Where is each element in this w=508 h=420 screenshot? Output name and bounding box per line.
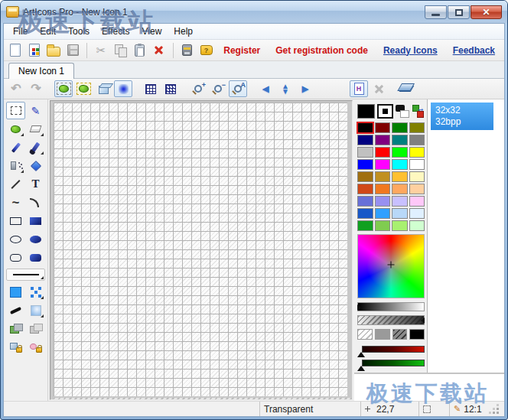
palette-swatch[interactable] [357, 196, 373, 207]
green-slider[interactable] [357, 359, 425, 371]
save-button[interactable] [65, 41, 81, 60]
tool-airbrush[interactable] [6, 157, 25, 174]
tool-filled-ellipse[interactable] [26, 230, 45, 248]
palette-swatch[interactable] [409, 184, 425, 194]
palette-swatch[interactable] [375, 220, 391, 231]
palette-swatch[interactable] [357, 147, 373, 158]
tool-arc[interactable] [26, 194, 45, 211]
selection-transparent-button[interactable] [74, 80, 93, 97]
maximize-button[interactable] [448, 5, 470, 19]
tool-filled-rectangle[interactable] [26, 212, 45, 230]
palette-swatch[interactable] [375, 135, 391, 145]
tool-fill[interactable] [26, 157, 45, 174]
palette-swatch[interactable] [392, 184, 408, 194]
pattern-gray[interactable] [375, 329, 390, 340]
tool-filled-rounded-rectangle[interactable] [26, 249, 45, 266]
palette-swatch[interactable] [409, 220, 425, 231]
delete-format-button[interactable] [370, 80, 388, 97]
palette-swatch[interactable] [375, 171, 391, 182]
menu-edit[interactable]: Edit [34, 24, 62, 38]
palette-swatch[interactable] [409, 135, 425, 145]
selection-opaque-button[interactable] [54, 80, 73, 97]
minimize-button[interactable] [425, 5, 447, 19]
shift-left-button[interactable]: ◀ [256, 80, 275, 97]
palette-swatch[interactable] [409, 196, 425, 207]
tool-ellipse[interactable] [6, 230, 25, 248]
get-registration-code-link[interactable]: Get registration code [275, 45, 368, 56]
palette-swatch[interactable] [392, 171, 408, 182]
shift-right-button[interactable]: ▶ [296, 80, 314, 97]
menu-effects[interactable]: Effects [96, 24, 135, 38]
resize-grip[interactable] [488, 403, 500, 415]
tool-marker-pen[interactable] [6, 138, 25, 156]
tool-eraser[interactable] [26, 120, 45, 138]
palette-swatch[interactable] [375, 122, 391, 133]
menu-tools[interactable]: Tools [62, 24, 96, 38]
foreground-color-swatch[interactable] [357, 104, 375, 119]
tool-text[interactable]: T [26, 175, 45, 193]
smooth-selection-button[interactable] [114, 80, 132, 97]
test-3d-button[interactable] [94, 80, 112, 97]
palette-swatch[interactable] [375, 159, 391, 170]
dither-button[interactable] [26, 283, 45, 301]
pattern-black[interactable] [409, 329, 425, 340]
brightness-bar[interactable] [357, 302, 425, 311]
delete-button[interactable] [151, 41, 167, 60]
palette-swatch[interactable] [392, 196, 408, 207]
tool-color-replacer[interactable] [6, 120, 25, 138]
palette-swatch[interactable] [392, 122, 408, 133]
new-format-button[interactable]: H [350, 80, 368, 97]
line-width-selector[interactable] [6, 269, 45, 281]
tool-rounded-rectangle[interactable] [6, 249, 25, 266]
palette-swatch[interactable] [392, 159, 408, 170]
palette-swatch[interactable] [375, 184, 391, 194]
palette-swatch[interactable] [357, 184, 373, 194]
tool-curve[interactable]: ~ [6, 194, 25, 211]
palette-swatch[interactable] [375, 196, 391, 207]
palette-swatch[interactable] [357, 122, 373, 133]
tab-new-icon-1[interactable]: New Icon 1 [8, 63, 74, 79]
paste-button[interactable] [132, 41, 148, 60]
new-from-image-button[interactable] [26, 41, 42, 60]
palette-swatch[interactable] [357, 159, 373, 170]
shift-vertical-button[interactable]: ▲▼ [276, 80, 295, 97]
lock-3d-button[interactable] [6, 338, 25, 356]
copy-button[interactable] [112, 41, 129, 60]
tool-rectangle[interactable] [6, 212, 25, 230]
layers-button[interactable] [397, 80, 415, 97]
palette-swatch[interactable] [409, 147, 425, 158]
transparency-bar[interactable] [357, 315, 425, 325]
ready-icons-link[interactable]: Ready Icons [383, 45, 438, 56]
lock-hotspot-button[interactable] [26, 338, 45, 356]
palette-swatch[interactable] [409, 122, 425, 133]
redo-button[interactable]: ↷ [27, 80, 45, 97]
zoom-actual-button[interactable]: A [229, 80, 247, 97]
palette-swatch[interactable] [409, 171, 425, 182]
close-button[interactable]: ✕ [471, 5, 502, 19]
flip-copy-button[interactable] [6, 320, 25, 337]
new-button[interactable] [7, 41, 23, 60]
color-swatch-button[interactable] [6, 283, 25, 301]
smooth-stroke-button[interactable] [6, 301, 25, 319]
palette-swatch[interactable] [409, 159, 425, 170]
pattern-dark-hatch[interactable] [392, 329, 408, 340]
palette-swatch[interactable] [409, 208, 425, 219]
tool-line[interactable] [6, 175, 25, 193]
undo-button[interactable]: ↶ [7, 80, 25, 97]
menu-help[interactable]: Help [168, 24, 199, 38]
palette-swatch[interactable] [392, 147, 408, 158]
palette-swatch[interactable] [375, 147, 391, 158]
wizard-button[interactable] [179, 41, 195, 60]
tool-brush[interactable] [26, 138, 45, 156]
background-color-swatch[interactable] [377, 104, 393, 119]
feedback-link[interactable]: Feedback [453, 45, 495, 56]
tool-pencil[interactable]: ✎ [26, 102, 45, 119]
cut-button[interactable]: ✂ [93, 41, 109, 60]
drawing-canvas[interactable] [54, 103, 347, 396]
gradient-button[interactable] [26, 301, 45, 319]
menu-view[interactable]: View [136, 24, 168, 38]
zoom-in-button[interactable]: + [189, 80, 207, 97]
palette-swatch[interactable] [392, 135, 408, 145]
palette-swatch[interactable] [357, 171, 373, 182]
swap-colors-icon[interactable]: ⇄ [412, 105, 425, 118]
